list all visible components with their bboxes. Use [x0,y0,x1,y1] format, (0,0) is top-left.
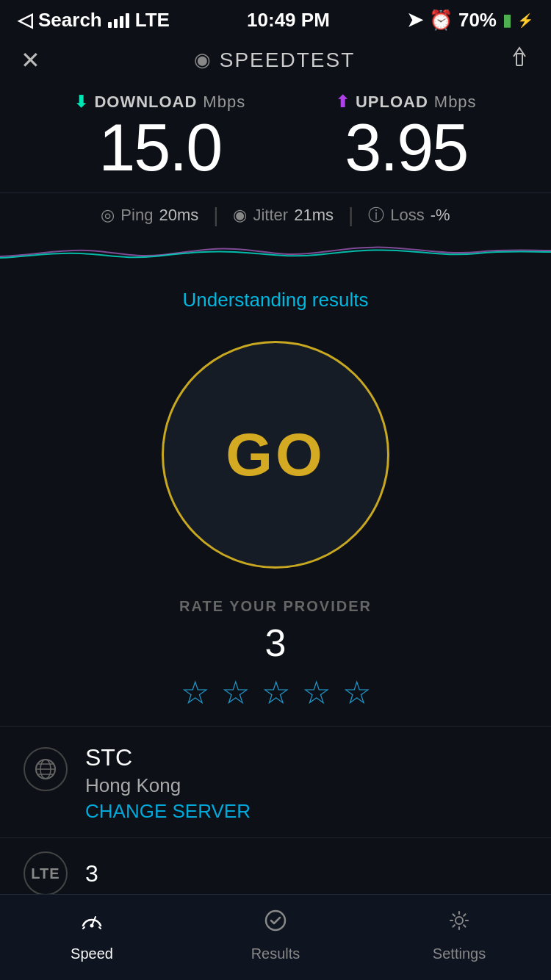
star-2[interactable]: ☆ [221,674,250,711]
rate-label: RATE YOUR PROVIDER [0,598,551,615]
status-bar: ◁ Search LTE 10:49 PM ➤ ⏰ 70% ▮ ⚡ [0,0,551,37]
svg-rect-0 [516,54,522,65]
nav-speed[interactable]: Speed [40,907,143,962]
nav-results-label: Results [251,945,300,962]
close-button[interactable]: ✕ [21,46,40,74]
upload-value: 3.95 [336,115,477,181]
go-button[interactable]: GO [162,341,389,569]
status-right: ➤ ⏰ 70% ▮ ⚡ [407,9,533,32]
separator-1: | [213,203,218,227]
star-1[interactable]: ☆ [181,674,209,711]
nav-settings[interactable]: Settings [408,907,511,962]
go-container: GO [0,326,551,591]
download-value: 15.0 [74,115,245,181]
stats-row: ◎ Ping 20ms | ◉ Jitter 21ms | ⓘ Loss -% [0,193,551,234]
svg-point-7 [266,911,285,930]
alarm-icon: ⏰ [429,9,453,32]
star-3[interactable]: ☆ [262,674,290,711]
back-icon: ◁ [18,9,32,32]
svg-point-6 [90,924,94,928]
server-globe-icon [24,747,68,791]
ping-icon: ◎ [101,206,115,225]
star-rating[interactable]: ☆ ☆ ☆ ☆ ☆ [0,674,551,711]
go-label: GO [226,420,325,489]
jitter-stat: ◉ Jitter 21ms [218,206,347,225]
app-title: SPEEDTEST [220,48,355,72]
server-name: STC [85,744,527,771]
download-section: ⬇ DOWNLOAD Mbps 15.0 [74,93,245,181]
star-4[interactable]: ☆ [302,674,331,711]
carrier-label: Search [38,9,102,32]
star-5[interactable]: ☆ [342,674,371,711]
network-type: LTE [135,9,170,32]
settings-icon [445,907,473,941]
server-section: STC Hong Kong CHANGE SERVER [0,726,551,837]
loss-icon: ⓘ [368,204,384,226]
charging-icon: ⚡ [517,12,533,29]
header-title: ◉ SPEEDTEST [194,48,355,72]
separator-2: | [348,203,353,227]
status-left: ◁ Search LTE [18,9,170,32]
share-button[interactable] [508,45,530,75]
download-icon: ⬇ [74,93,88,112]
nav-results[interactable]: Results [224,907,327,962]
speedtest-logo-icon: ◉ [194,48,212,71]
download-label: ⬇ DOWNLOAD Mbps [74,93,245,112]
download-text: DOWNLOAD [94,93,197,112]
loss-label: Loss [390,206,424,225]
lte-badge: LTE [24,851,68,896]
app-header: ✕ ◉ SPEEDTEST [0,37,551,87]
svg-point-8 [455,917,463,924]
server-info: STC Hong Kong CHANGE SERVER [85,744,527,823]
ping-stat: ◎ Ping 20ms [86,206,213,225]
results-icon [262,907,289,941]
jitter-icon: ◉ [233,206,247,225]
upload-unit: Mbps [434,93,477,112]
speed-results: ⬇ DOWNLOAD Mbps 15.0 ⬆ UPLOAD Mbps 3.95 [0,87,551,193]
upload-text: UPLOAD [356,93,428,112]
loss-value: -% [431,206,450,225]
ping-value: 20ms [159,206,198,225]
battery-icon: ▮ [503,11,511,30]
battery-level: 70% [458,9,497,32]
upload-section: ⬆ UPLOAD Mbps 3.95 [336,93,477,181]
download-unit: Mbps [203,93,245,112]
understanding-link[interactable]: Understanding results [0,278,551,326]
upload-label: ⬆ UPLOAD Mbps [336,93,477,112]
nav-settings-label: Settings [433,945,486,962]
clock: 10:49 PM [247,9,330,32]
loss-stat: ⓘ Loss -% [353,204,464,226]
speedometer-icon [78,907,106,941]
location-icon: ➤ [407,9,423,32]
server-location: Hong Kong [85,774,527,797]
change-server-button[interactable]: CHANGE SERVER [85,800,527,823]
jitter-label: Jitter [253,206,288,225]
jitter-value: 21ms [294,206,334,225]
waveform [0,234,551,271]
ping-label: Ping [120,206,153,225]
bottom-nav: Speed Results Settings [0,894,551,980]
nav-speed-label: Speed [71,945,113,962]
rate-section: RATE YOUR PROVIDER 3 ☆ ☆ ☆ ☆ ☆ [0,591,551,726]
lte-value: 3 [85,860,98,887]
upload-icon: ⬆ [336,93,350,112]
signal-bars [108,13,129,28]
rate-number: 3 [0,621,551,665]
